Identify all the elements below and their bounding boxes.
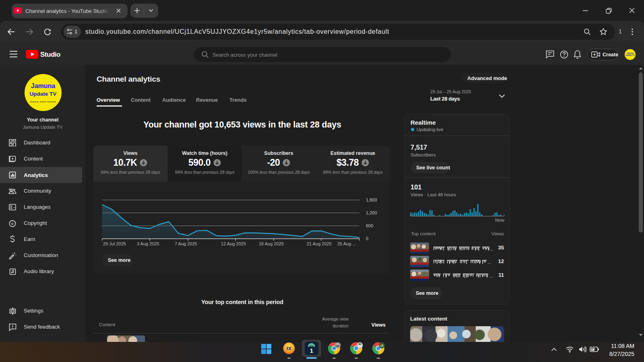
- svg-text:IX: IX: [287, 346, 292, 352]
- svg-text:c: c: [11, 221, 13, 226]
- svg-text:1: 1: [310, 347, 313, 354]
- svg-text:IX: IX: [310, 344, 313, 347]
